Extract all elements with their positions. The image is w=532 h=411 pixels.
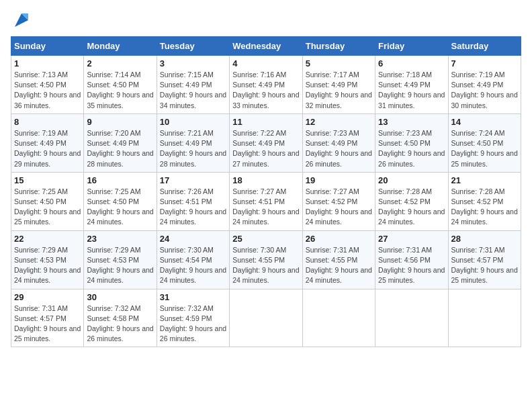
- day-number: 16: [87, 175, 153, 185]
- calendar-day-25: 25 Sunrise: 7:30 AMSunset: 4:55 PMDaylig…: [230, 230, 302, 289]
- day-number: 12: [306, 117, 372, 127]
- day-info: Sunrise: 7:31 AMSunset: 4:57 PMDaylight:…: [451, 246, 518, 285]
- day-info: Sunrise: 7:30 AMSunset: 4:54 PMDaylight:…: [160, 246, 226, 285]
- calendar-day-15: 15 Sunrise: 7:25 AMSunset: 4:50 PMDaylig…: [11, 172, 84, 230]
- day-info: Sunrise: 7:31 AMSunset: 4:57 PMDaylight:…: [14, 304, 81, 343]
- day-number: 9: [87, 117, 153, 127]
- calendar-day-10: 10 Sunrise: 7:21 AMSunset: 4:49 PMDaylig…: [157, 113, 229, 172]
- day-number: 11: [232, 117, 299, 127]
- calendar-day-20: 20 Sunrise: 7:28 AMSunset: 4:52 PMDaylig…: [375, 172, 448, 230]
- weekday-header-tuesday: Tuesday: [157, 37, 229, 56]
- calendar-week-3: 15 Sunrise: 7:25 AMSunset: 4:50 PMDaylig…: [11, 172, 521, 230]
- day-info: Sunrise: 7:23 AMSunset: 4:50 PMDaylight:…: [378, 129, 445, 168]
- weekday-header-sunday: Sunday: [11, 37, 84, 56]
- day-number: 8: [14, 117, 81, 127]
- day-info: Sunrise: 7:21 AMSunset: 4:49 PMDaylight:…: [160, 129, 226, 168]
- empty-cell: [448, 289, 521, 347]
- day-info: Sunrise: 7:25 AMSunset: 4:50 PMDaylight:…: [14, 187, 81, 226]
- day-info: Sunrise: 7:17 AMSunset: 4:49 PMDaylight:…: [306, 71, 372, 109]
- day-number: 19: [306, 175, 372, 185]
- day-number: 30: [87, 292, 153, 302]
- day-info: Sunrise: 7:25 AMSunset: 4:50 PMDaylight:…: [87, 187, 153, 226]
- day-number: 17: [160, 175, 226, 185]
- day-number: 1: [14, 58, 81, 68]
- logo: [11, 11, 31, 30]
- page-header: [11, 11, 521, 30]
- day-info: Sunrise: 7:22 AMSunset: 4:49 PMDaylight:…: [232, 129, 299, 168]
- day-number: 10: [160, 117, 226, 127]
- day-number: 28: [451, 234, 518, 244]
- day-number: 20: [378, 175, 445, 185]
- day-info: Sunrise: 7:13 AMSunset: 4:50 PMDaylight:…: [14, 71, 81, 109]
- day-info: Sunrise: 7:23 AMSunset: 4:49 PMDaylight:…: [306, 129, 372, 168]
- calendar-day-4: 4 Sunrise: 7:16 AMSunset: 4:49 PMDayligh…: [230, 56, 302, 114]
- weekday-header-monday: Monday: [84, 37, 157, 56]
- calendar-day-11: 11 Sunrise: 7:22 AMSunset: 4:49 PMDaylig…: [230, 113, 302, 172]
- day-info: Sunrise: 7:29 AMSunset: 4:53 PMDaylight:…: [14, 246, 81, 285]
- calendar-day-12: 12 Sunrise: 7:23 AMSunset: 4:49 PMDaylig…: [302, 113, 375, 172]
- weekday-header-wednesday: Wednesday: [230, 37, 302, 56]
- logo-icon: [12, 11, 31, 30]
- day-number: 3: [160, 58, 226, 68]
- calendar-day-26: 26 Sunrise: 7:31 AMSunset: 4:55 PMDaylig…: [302, 230, 375, 289]
- calendar-day-31: 31 Sunrise: 7:32 AMSunset: 4:59 PMDaylig…: [157, 289, 229, 347]
- calendar-day-29: 29 Sunrise: 7:31 AMSunset: 4:57 PMDaylig…: [11, 289, 84, 347]
- calendar-week-2: 8 Sunrise: 7:19 AMSunset: 4:49 PMDayligh…: [11, 113, 521, 172]
- day-info: Sunrise: 7:30 AMSunset: 4:55 PMDaylight:…: [232, 246, 299, 285]
- calendar-day-19: 19 Sunrise: 7:27 AMSunset: 4:52 PMDaylig…: [302, 172, 375, 230]
- day-number: 31: [160, 292, 226, 302]
- empty-cell: [375, 289, 448, 347]
- calendar-day-2: 2 Sunrise: 7:14 AMSunset: 4:50 PMDayligh…: [84, 56, 157, 114]
- day-info: Sunrise: 7:28 AMSunset: 4:52 PMDaylight:…: [451, 187, 518, 226]
- calendar-day-24: 24 Sunrise: 7:30 AMSunset: 4:54 PMDaylig…: [157, 230, 229, 289]
- calendar-day-3: 3 Sunrise: 7:15 AMSunset: 4:49 PMDayligh…: [157, 56, 229, 114]
- day-info: Sunrise: 7:27 AMSunset: 4:52 PMDaylight:…: [306, 187, 372, 226]
- day-number: 25: [232, 234, 299, 244]
- calendar-day-5: 5 Sunrise: 7:17 AMSunset: 4:49 PMDayligh…: [302, 56, 375, 114]
- calendar-day-22: 22 Sunrise: 7:29 AMSunset: 4:53 PMDaylig…: [11, 230, 84, 289]
- day-info: Sunrise: 7:15 AMSunset: 4:49 PMDaylight:…: [160, 71, 226, 109]
- day-info: Sunrise: 7:20 AMSunset: 4:49 PMDaylight:…: [87, 129, 153, 168]
- day-number: 21: [451, 175, 518, 185]
- day-number: 5: [306, 58, 372, 68]
- day-info: Sunrise: 7:27 AMSunset: 4:51 PMDaylight:…: [232, 187, 299, 226]
- calendar-day-28: 28 Sunrise: 7:31 AMSunset: 4:57 PMDaylig…: [448, 230, 521, 289]
- calendar-week-4: 22 Sunrise: 7:29 AMSunset: 4:53 PMDaylig…: [11, 230, 521, 289]
- calendar-day-27: 27 Sunrise: 7:31 AMSunset: 4:56 PMDaylig…: [375, 230, 448, 289]
- calendar-table: SundayMondayTuesdayWednesdayThursdayFrid…: [11, 36, 521, 347]
- calendar-week-5: 29 Sunrise: 7:31 AMSunset: 4:57 PMDaylig…: [11, 289, 521, 347]
- calendar-day-16: 16 Sunrise: 7:25 AMSunset: 4:50 PMDaylig…: [84, 172, 157, 230]
- calendar-day-30: 30 Sunrise: 7:32 AMSunset: 4:58 PMDaylig…: [84, 289, 157, 347]
- weekday-header-thursday: Thursday: [302, 37, 375, 56]
- day-info: Sunrise: 7:14 AMSunset: 4:50 PMDaylight:…: [87, 71, 153, 109]
- empty-cell: [230, 289, 302, 347]
- day-number: 26: [306, 234, 372, 244]
- calendar-week-1: 1 Sunrise: 7:13 AMSunset: 4:50 PMDayligh…: [11, 56, 521, 114]
- day-info: Sunrise: 7:19 AMSunset: 4:49 PMDaylight:…: [14, 129, 81, 168]
- day-number: 7: [451, 58, 518, 68]
- day-number: 4: [232, 58, 299, 68]
- calendar-day-23: 23 Sunrise: 7:29 AMSunset: 4:53 PMDaylig…: [84, 230, 157, 289]
- weekday-header-saturday: Saturday: [448, 37, 521, 56]
- day-info: Sunrise: 7:19 AMSunset: 4:49 PMDaylight:…: [451, 71, 518, 109]
- calendar-day-17: 17 Sunrise: 7:26 AMSunset: 4:51 PMDaylig…: [157, 172, 229, 230]
- day-info: Sunrise: 7:18 AMSunset: 4:49 PMDaylight:…: [378, 71, 445, 109]
- day-info: Sunrise: 7:31 AMSunset: 4:56 PMDaylight:…: [378, 246, 445, 285]
- day-number: 18: [232, 175, 299, 185]
- calendar-day-6: 6 Sunrise: 7:18 AMSunset: 4:49 PMDayligh…: [375, 56, 448, 114]
- day-info: Sunrise: 7:31 AMSunset: 4:55 PMDaylight:…: [306, 246, 372, 285]
- day-number: 23: [87, 234, 153, 244]
- day-info: Sunrise: 7:16 AMSunset: 4:49 PMDaylight:…: [232, 71, 299, 109]
- weekday-header-friday: Friday: [375, 37, 448, 56]
- day-number: 15: [14, 175, 81, 185]
- day-number: 22: [14, 234, 81, 244]
- day-number: 24: [160, 234, 226, 244]
- day-number: 2: [87, 58, 153, 68]
- day-info: Sunrise: 7:24 AMSunset: 4:50 PMDaylight:…: [451, 129, 518, 168]
- day-number: 14: [451, 117, 518, 127]
- day-number: 13: [378, 117, 445, 127]
- day-info: Sunrise: 7:32 AMSunset: 4:59 PMDaylight:…: [160, 304, 226, 343]
- empty-cell: [302, 289, 375, 347]
- day-number: 6: [378, 58, 445, 68]
- calendar-day-21: 21 Sunrise: 7:28 AMSunset: 4:52 PMDaylig…: [448, 172, 521, 230]
